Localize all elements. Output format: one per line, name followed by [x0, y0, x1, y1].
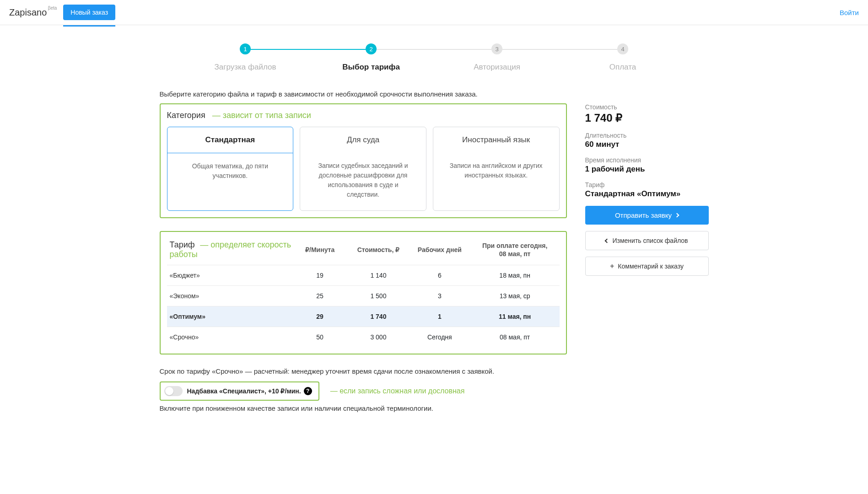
tariff-name: «Срочно»: [167, 333, 292, 341]
tariff-cost: 1 140: [348, 272, 409, 279]
beta-badge: βeta: [48, 5, 57, 11]
tariff-row-budget[interactable]: «Бюджет» 19 1 140 6 18 мая, пн: [167, 265, 560, 285]
tariff-per-min: 25: [292, 292, 348, 300]
tariff-days: 1: [409, 313, 470, 320]
tariff-name: «Эконом»: [167, 292, 292, 300]
time-value: 1 рабочий день: [585, 165, 709, 174]
category-card-standard[interactable]: Стандартная Общая тематика, до пяти учас…: [167, 127, 294, 211]
time-label: Время исполнения: [585, 156, 709, 164]
submit-button[interactable]: Отправить заявку: [585, 206, 709, 225]
category-card-desc: Записи на английском и других иностранны…: [433, 153, 559, 191]
duration-label: Длительность: [585, 132, 709, 139]
duration-value: 60 минут: [585, 140, 709, 149]
tariff-date: 11 мая, пн: [470, 313, 560, 320]
step-number: 4: [617, 43, 628, 54]
tariff-per-min: 50: [292, 333, 348, 341]
category-card-title: Стандартная: [167, 127, 293, 153]
cost-label: Стоимость: [585, 103, 709, 111]
step-upload[interactable]: 1 Загрузка файлов: [183, 43, 308, 72]
tariff-row-urgent[interactable]: «Срочно» 50 3 000 Сегодня 08 мая, пт: [167, 327, 560, 347]
category-card-desc: Общая тематика, до пяти участников.: [167, 153, 293, 192]
summary-sidebar: Стоимость 1 740 ₽ Длительность 60 минут …: [585, 103, 709, 282]
new-order-button[interactable]: Новый заказ: [63, 5, 115, 20]
step-number: 2: [366, 43, 377, 54]
tariff-cost: 1 740: [348, 313, 409, 320]
category-card-desc: Записи судебных заседаний и дословные ра…: [300, 153, 426, 210]
category-title: Категория: [167, 111, 205, 120]
change-files-button[interactable]: Изменить список файлов: [585, 231, 709, 250]
col-header-per-min: ₽/Минута: [292, 246, 348, 253]
step-number: 3: [491, 43, 502, 54]
tariff-date: 18 мая, пн: [470, 272, 560, 279]
tariff-per-min: 19: [292, 272, 348, 279]
tariff-title: Тариф: [170, 240, 195, 249]
tariff-per-min: 29: [292, 313, 348, 320]
step-tariff[interactable]: 2 Выбор тарифа: [308, 43, 434, 72]
cost-value: 1 740 ₽: [585, 112, 709, 124]
step-label: Загрузка файлов: [183, 63, 308, 72]
tariff-cost: 3 000: [348, 333, 409, 341]
category-hint: — зависит от типа записи: [212, 111, 311, 120]
step-auth[interactable]: 3 Авторизация: [434, 43, 560, 72]
help-icon[interactable]: ?: [304, 387, 312, 395]
tariff-value: Стандартная «Оптимум»: [585, 189, 709, 199]
tariff-cost: 1 500: [348, 292, 409, 300]
specialist-hint: — если запись сложная или дословная: [330, 387, 465, 395]
tariff-date: 08 мая, пт: [470, 333, 560, 341]
chevron-right-icon: [675, 213, 679, 218]
specialist-note: Включите при пониженном качестве записи …: [160, 404, 567, 412]
tariff-days: Сегодня: [409, 333, 470, 341]
step-label: Выбор тарифа: [308, 63, 434, 72]
chevron-left-icon: [605, 238, 609, 243]
category-card-foreign[interactable]: Иностранный язык Записи на английском и …: [433, 127, 560, 211]
logo[interactable]: Zapisanoβeta: [9, 7, 47, 18]
urgent-note: Срок по тарифу «Срочно» — расчетный: мен…: [160, 367, 567, 375]
tariff-row-econom[interactable]: «Эконом» 25 1 500 3 13 мая, ср: [167, 285, 560, 306]
comment-button[interactable]: + Комментарий к заказу: [585, 257, 709, 276]
step-payment[interactable]: 4 Оплата: [560, 43, 686, 72]
category-section: Категория — зависит от типа записи Станд…: [160, 103, 567, 218]
tariff-name: «Бюджет»: [167, 272, 292, 279]
category-card-title: Для суда: [300, 127, 426, 153]
intro-text: Выберите категорию файла и тариф в завис…: [160, 90, 709, 98]
col-header-cost: Стоимость, ₽: [348, 246, 409, 253]
col-header-days: Рабочих дней: [409, 246, 470, 253]
tariff-days: 3: [409, 292, 470, 300]
tariff-days: 6: [409, 272, 470, 279]
tariff-label: Тариф: [585, 181, 709, 188]
step-label: Авторизация: [434, 63, 560, 72]
toggle-knob: [165, 387, 173, 395]
step-number: 1: [240, 43, 251, 54]
category-card-title: Иностранный язык: [433, 127, 559, 153]
tariff-date: 13 мая, ср: [470, 292, 560, 300]
category-card-court[interactable]: Для суда Записи судебных заседаний и дос…: [300, 127, 426, 211]
step-label: Оплата: [560, 63, 686, 72]
tariff-section: Тариф — определяет скорость работы ₽/Мин…: [160, 231, 567, 354]
login-link[interactable]: Войти: [840, 9, 859, 16]
plus-icon: +: [610, 263, 614, 270]
tariff-name: «Оптимум»: [167, 313, 292, 320]
tariff-row-optimum[interactable]: «Оптимум» 29 1 740 1 11 мая, пн: [167, 306, 560, 327]
specialist-toggle-label: Надбавка «Специалист», +10 ₽/мин.: [187, 387, 301, 395]
stepper: 1 Загрузка файлов 2 Выбор тарифа 3 Автор…: [183, 43, 686, 72]
col-header-pay-today: При оплате сегодня, 08 мая, пт: [470, 242, 560, 258]
specialist-toggle[interactable]: [164, 386, 183, 396]
